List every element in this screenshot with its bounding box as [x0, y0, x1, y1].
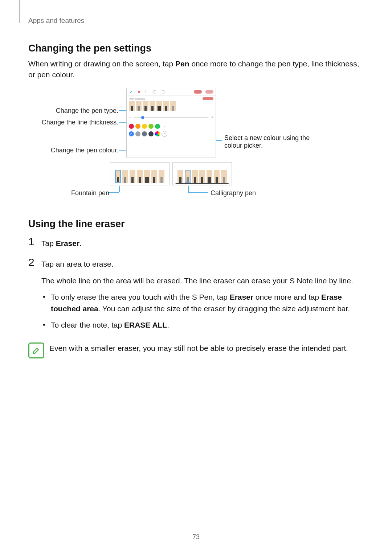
colour-swatch: [135, 131, 140, 136]
thickness-minus: −: [129, 115, 131, 119]
b1-bold1: Eraser: [230, 293, 253, 301]
b1-a: To only erase the area you touch with th…: [51, 293, 230, 301]
colour-row-1: ›: [129, 124, 213, 129]
colour-swatch: [135, 124, 140, 129]
redo-icon: [161, 90, 165, 94]
chevron-right-icon: ›: [164, 124, 165, 128]
callout-pen-type: Change the pen type.: [28, 107, 118, 115]
screenshot-toolbar: T: [127, 88, 216, 96]
callout-line-thickness: Change the line thickness.: [28, 119, 118, 126]
colour-picker-icon: ✎: [162, 131, 167, 137]
svg-rect-0: [138, 90, 140, 93]
step-body: Tap Eraser.: [41, 236, 82, 249]
screenshot-fountain-pen: [110, 162, 170, 185]
colour-selected: ✓: [129, 131, 134, 136]
nib-icon: [130, 170, 135, 183]
intro-bold-pen: Pen: [175, 59, 189, 68]
step1-bold: Eraser: [56, 239, 79, 247]
pen-type-row: [129, 101, 213, 111]
nib-icon: [163, 101, 169, 111]
callout-line: [188, 192, 208, 193]
record-pill: [194, 90, 202, 94]
screenshot-calligraphy-pen: [172, 162, 232, 185]
pen-settings-header: Pen settings: [129, 97, 213, 100]
b2-bold: ERASE ALL: [124, 321, 167, 329]
text-icon: T: [145, 90, 149, 94]
step-number: 1: [28, 236, 41, 247]
numbered-steps: 1 Tap Eraser. 2 Tap an area to erase. Th…: [28, 236, 364, 336]
nib-icon: [159, 170, 164, 183]
check-icon: ✓: [130, 132, 133, 136]
nib-icon: [115, 170, 121, 183]
step1-text-b: .: [79, 239, 82, 247]
colour-swatch: [142, 124, 147, 129]
intro-text-a: When writing or drawing on the screen, t…: [28, 59, 175, 68]
colour-swatch-rainbow: [155, 131, 160, 136]
eyedropper-icon: ✎: [163, 132, 166, 135]
step1-text-a: Tap: [41, 239, 56, 247]
stroke-sample: [175, 181, 229, 184]
screenshot-pen-settings: T Pen settings: [126, 88, 216, 157]
step-1: 1 Tap Eraser.: [28, 236, 364, 249]
colour-swatch: [155, 124, 160, 129]
nib-icon: [129, 101, 135, 111]
close-pill: [203, 97, 213, 100]
step-2: 2 Tap an area to erase. The whole line o…: [28, 257, 364, 336]
thickness-plus: +: [211, 115, 213, 119]
step2-line1: Tap an area to erase.: [41, 258, 364, 270]
page-number: 73: [0, 533, 392, 541]
eraser-icon: [137, 90, 141, 94]
b2-a: To clear the note, tap: [51, 321, 124, 329]
nib-icon: [122, 170, 128, 183]
nib-icon: [151, 170, 157, 183]
margin-rule: [19, 0, 20, 23]
step2-bullets: To only erase the area you touch with th…: [41, 291, 364, 331]
b1-b: once more and tap: [253, 293, 321, 301]
intro-paragraph: When writing or drawing on the screen, t…: [28, 58, 364, 81]
note-icon: [28, 342, 44, 358]
step2-line2: The whole line on the area will be erase…: [41, 275, 364, 287]
colour-swatch: [142, 131, 147, 136]
step-body: Tap an area to erase. The whole line on …: [41, 257, 364, 336]
callout-colour-picker: Select a new colour using the colour pic…: [224, 134, 319, 149]
nib-icon: [144, 170, 150, 183]
thickness-row: − +: [129, 115, 213, 120]
nib-icon: [150, 101, 155, 111]
callout-line: [119, 186, 120, 192]
callout-fountain-pen: Fountain pen: [71, 189, 109, 197]
bullet-erase-touched: To only erase the area you touch with th…: [41, 291, 364, 314]
heading-pen-settings: Changing the pen settings: [28, 43, 364, 54]
colour-row-2: ✓ ✎: [129, 131, 213, 137]
callout-calligraphy-pen: Calligraphy pen: [211, 189, 256, 197]
colour-swatch: [129, 124, 134, 129]
nib-icon: [137, 170, 143, 183]
nib-icon: [156, 101, 162, 111]
bullet-erase-all: To clear the note, tap ERASE ALL.: [41, 319, 364, 331]
figure-pen-settings: Change the pen type. Change the line thi…: [28, 88, 364, 204]
undo-icon: [153, 90, 157, 94]
running-header: Apps and features: [28, 17, 364, 25]
thickness-slider: [134, 117, 208, 118]
colour-swatch: [148, 124, 154, 129]
b1-c: . You can adjust the size of the eraser …: [98, 304, 350, 313]
nib-icon: [143, 101, 148, 111]
nib-icon: [170, 101, 176, 111]
b2-b: .: [167, 321, 169, 329]
pen-settings-label: Pen settings: [129, 97, 145, 100]
note-block: Even with a smaller eraser, you may stil…: [28, 342, 364, 358]
thickness-handle: [141, 116, 144, 119]
callout-line: [108, 192, 119, 193]
pill-2: [205, 90, 213, 94]
callout-line: [188, 186, 189, 192]
heading-line-eraser: Using the line eraser: [28, 218, 364, 230]
colour-swatch: [148, 131, 154, 136]
step-number: 2: [28, 257, 41, 268]
nib-icon: [136, 101, 142, 111]
pen-icon: [129, 90, 133, 94]
callout-pen-colour: Change the pen colour.: [28, 147, 118, 154]
note-text: Even with a smaller eraser, you may stil…: [49, 342, 348, 354]
